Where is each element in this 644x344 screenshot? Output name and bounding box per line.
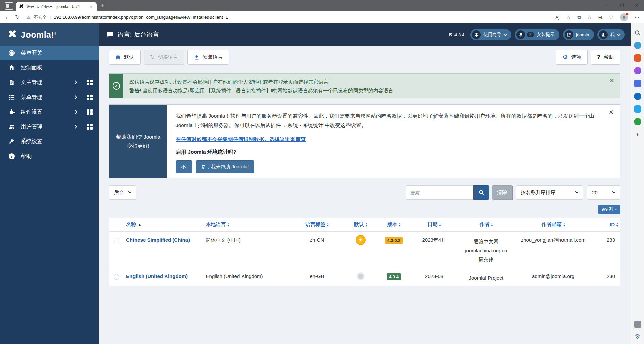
limit-select[interactable]: 20 <box>587 185 620 200</box>
rail-outlook-icon[interactable] <box>634 93 641 100</box>
sidebar-item-system[interactable]: 系统设置 <box>0 134 99 149</box>
sidebar-item-users[interactable]: 用户管理 <box>0 119 99 134</box>
header-email[interactable]: 作者邮箱▴▾ <box>515 218 592 231</box>
header-native[interactable]: 本地语言▴▾ <box>204 218 290 231</box>
sidebar-item-label: 系统设置 <box>21 138 93 145</box>
caret-down-icon: ▾ <box>615 208 617 211</box>
row-radio[interactable] <box>114 274 119 280</box>
toolbar-right: ⚙ 选项 ? 帮助 <box>556 50 620 65</box>
minimize-icon[interactable]: ─ <box>600 0 614 11</box>
stats-review-link[interactable]: 在任何时候都不会采集到任何识别数据。选择这里来审查 <box>176 136 306 143</box>
help-button[interactable]: ? 帮助 <box>591 50 620 65</box>
stats-paragraph: 我们希望提高 Joomla！软件与用户的服务器设置的兼容性。因此，我们需要来自您… <box>176 111 605 130</box>
dashboard-grid-icon[interactable] <box>87 80 93 85</box>
favorite-icon[interactable]: ☆ <box>567 15 571 20</box>
page-title: 语言: 后台语言 <box>107 30 159 39</box>
sidebar-item-dashboard[interactable]: 控制面板 <box>0 60 99 75</box>
profile-alert-dot <box>626 13 629 16</box>
rail-settings-icon[interactable]: ⚙ <box>634 333 641 340</box>
tab-title: 语言: 后台语言 - joomla - 后台 <box>26 4 86 10</box>
panel-close-icon[interactable]: ✕ <box>609 109 614 116</box>
close-icon[interactable]: ✕ <box>629 0 644 11</box>
url-text[interactable]: 192.168.0.99/administrator/index.php?opt… <box>54 15 228 20</box>
tab-close-icon[interactable]: ✕ <box>88 4 94 9</box>
header-author[interactable]: 作者▴▾ <box>458 218 515 231</box>
search-input[interactable] <box>406 185 473 200</box>
sidebar-item-menus[interactable]: 菜单管理 <box>0 90 99 105</box>
back-icon[interactable]: ← <box>5 14 10 21</box>
maximize-icon[interactable]: ❐ <box>614 0 629 11</box>
author-email-cell: admin@joomla.org <box>515 268 592 286</box>
dashboard-grid-icon[interactable] <box>87 95 93 100</box>
set-default-toggle[interactable] <box>357 272 365 280</box>
rail-search-icon[interactable] <box>634 29 641 36</box>
default-star-icon[interactable]: ★ <box>356 235 366 245</box>
split-screen-icon[interactable]: ⧉ <box>577 14 581 20</box>
default-button[interactable]: 默认 <box>109 50 141 65</box>
rail-add-icon[interactable]: ＋ <box>634 131 641 138</box>
header-id[interactable]: ID▴▾ <box>592 218 620 231</box>
header-name[interactable]: 名称▲ <box>124 218 204 231</box>
notifications-label: 安装提示 <box>537 32 555 38</box>
clear-button[interactable]: 清除 <box>492 185 512 200</box>
favorites-bar-icon[interactable]: ☆ <box>587 15 592 20</box>
header-default[interactable]: 默认▴▾ <box>344 218 377 231</box>
list-icon <box>8 94 15 100</box>
sidebar-item-help[interactable]: i 帮助 <box>0 149 99 164</box>
read-aloud-icon[interactable]: A) <box>556 15 560 20</box>
rail-copilot-icon[interactable] <box>634 42 641 49</box>
browser-essentials-icon[interactable]: ♡ <box>609 15 613 20</box>
sort-icon: ▴▾ <box>228 222 229 227</box>
language-name-link[interactable]: Chinese Simplified (China) <box>126 237 190 243</box>
header-date[interactable]: 日期▴▾ <box>411 218 458 231</box>
tab-layout-icon[interactable] <box>5 2 13 10</box>
rail-eco-icon[interactable] <box>634 118 641 125</box>
row-radio[interactable] <box>114 238 119 243</box>
sidebar-item-menu-toggle[interactable]: 菜单开关 <box>0 46 99 60</box>
sort-select[interactable]: 按名称升序排序 <box>516 185 583 200</box>
notifications-button[interactable]: 2 安装提示 <box>515 29 559 40</box>
header-tag[interactable]: 语言标签▴▾ <box>290 218 344 231</box>
columns-badge[interactable]: 9/9 列 ▾ <box>598 205 620 214</box>
preview-site-button[interactable]: joomla <box>563 29 594 40</box>
sidebar-item-content[interactable]: 文章管理 <box>0 75 99 90</box>
security-label: 不安全 <box>34 14 47 20</box>
language-name-link[interactable]: English (United Kingdom) <box>126 273 188 279</box>
header-version[interactable]: 版本▴▾ <box>377 218 411 231</box>
alert-close-icon[interactable]: ✕ <box>604 74 620 98</box>
collections-icon[interactable]: ⊞ <box>598 15 602 20</box>
guided-tours-label: 使用向导 <box>483 32 501 38</box>
profile-avatar[interactable]: ☻ <box>620 13 628 21</box>
rail-shopping-icon[interactable] <box>634 54 641 62</box>
rail-image-creator-icon[interactable] <box>634 67 641 74</box>
rail-m365-icon[interactable] <box>634 80 641 87</box>
new-tab-button[interactable]: ＋ <box>100 2 105 9</box>
sidebar-item-components[interactable]: 组件设置 <box>0 105 99 119</box>
table-header-row: 名称▲ 本地语言▴▾ 语言标签▴▾ 默认▴▾ 版本▴▾ 日期▴▾ 作者▴▾ 作者… <box>109 218 620 231</box>
stats-no-button[interactable]: 不 <box>176 160 192 173</box>
address-bar-actions: A) ☆ ⧉ ☆ ⊞ ♡ ☻ ⋯ <box>556 13 639 21</box>
guided-tours-button[interactable]: 使用向导 <box>470 29 511 40</box>
stats-yes-button[interactable]: 是，我来帮助 Joomla! <box>196 160 255 173</box>
chevron-right-icon <box>73 110 77 114</box>
user-menu-button[interactable]: 我 <box>597 29 625 40</box>
more-menu-icon[interactable]: ⋯ <box>635 15 639 20</box>
dashboard-grid-icon[interactable] <box>87 124 93 130</box>
sort-icon: ▴▾ <box>439 222 441 227</box>
rail-capture-icon[interactable] <box>634 321 641 328</box>
url-box[interactable]: ⚠ 不安全 | 192.168.0.99/administrator/index… <box>26 14 228 20</box>
info-icon: i <box>8 153 15 159</box>
puzzle-icon <box>8 109 15 115</box>
search-button[interactable] <box>473 185 489 200</box>
client-select[interactable]: 后台 <box>109 185 136 200</box>
client-select-value: 后台 <box>114 189 124 196</box>
home-icon <box>8 65 15 71</box>
browser-tab[interactable]: 语言: 后台语言 - joomla - 后台 ✕ <box>16 2 97 11</box>
chevron-right-icon <box>73 125 77 128</box>
joomla-logo[interactable]: Joomla!® <box>0 23 99 46</box>
rail-onedrive-icon[interactable] <box>634 105 641 113</box>
reload-icon[interactable]: ↻ <box>15 14 20 21</box>
options-button[interactable]: ⚙ 选项 <box>556 50 587 65</box>
install-language-button[interactable]: 安装语言 <box>187 50 229 65</box>
dashboard-grid-icon[interactable] <box>87 109 93 115</box>
